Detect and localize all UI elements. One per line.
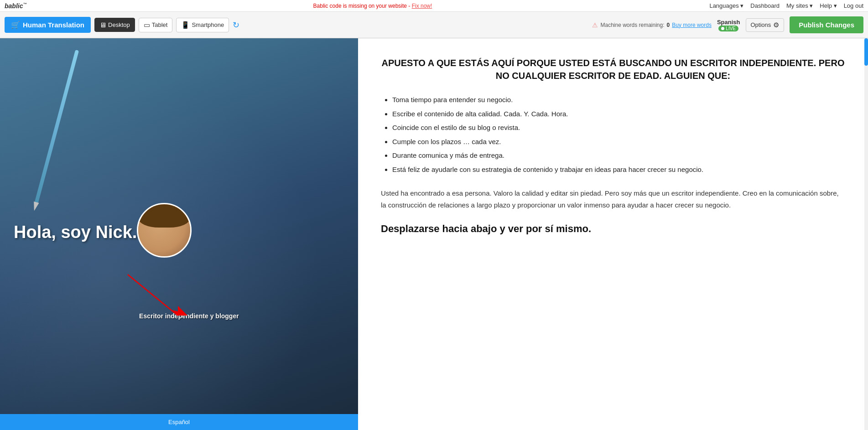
languages-menu[interactable]: Languages ▾	[709, 2, 743, 9]
right-scrollbar[interactable]	[864, 38, 868, 430]
smartphone-button[interactable]: 📱 Smartphone	[176, 18, 229, 32]
list-item: Coincide con el estilo de su blog o revi…	[392, 121, 845, 135]
machine-warning-label: Machine words remaining:	[600, 22, 664, 28]
gear-icon: ⚙	[773, 21, 779, 29]
bablic-logo: bablic™	[5, 2, 26, 10]
list-item: Está feliz de ayudarle con su estrategia…	[392, 163, 845, 176]
desktop-label: Desktop	[108, 21, 130, 28]
list-item: Toma tiempo para entender su negocio.	[392, 93, 845, 107]
list-item: Cumple con los plazos … cada vez.	[392, 135, 845, 149]
logout-link[interactable]: Log out	[844, 2, 863, 9]
smartphone-label: Smartphone	[192, 21, 224, 28]
bottom-lang-label[interactable]: Español	[163, 417, 195, 427]
options-label: Options	[751, 21, 771, 28]
list-item: Durante comunica y más de entrega.	[392, 149, 845, 162]
options-button[interactable]: Options ⚙	[746, 18, 785, 32]
tablet-icon: ▭	[144, 21, 150, 29]
machine-words-warning: ⚠ Machine words remaining: 0 Buy more wo…	[592, 21, 711, 29]
dashboard-link[interactable]: Dashboard	[750, 2, 780, 9]
publish-changes-button[interactable]: Publish Changes	[790, 16, 863, 33]
refresh-button[interactable]: ↻	[233, 20, 239, 30]
live-badge: LIVE	[718, 26, 738, 31]
avatar	[137, 203, 192, 258]
live-indicator-dot	[721, 27, 724, 30]
list-item: Escribe el contenido de alta calidad. Ca…	[392, 108, 845, 121]
tablet-label: Tablet	[152, 21, 168, 28]
human-translation-button[interactable]: 🛒 Human Translation	[5, 17, 91, 33]
main-heading: APUESTO A QUE ESTÁS AQUÍ PORQUE USTED ES…	[381, 57, 845, 82]
fix-now-link[interactable]: Fix now!	[412, 3, 432, 9]
help-menu[interactable]: Help ▾	[820, 2, 837, 9]
machine-words-count: 0	[667, 22, 670, 28]
cart-icon: 🛒	[11, 21, 20, 29]
publish-label: Publish Changes	[799, 21, 854, 29]
desktop-icon: 🖥	[99, 21, 106, 29]
content-area: Hola, soy Nick. Escritor independiente y…	[0, 38, 868, 430]
svg-line-0	[128, 275, 178, 316]
toolbar-right: ⚠ Machine words remaining: 0 Buy more wo…	[592, 16, 863, 33]
hero-image: Hola, soy Nick. Escritor independiente y…	[0, 38, 358, 430]
bottom-blue-bar: Español	[0, 414, 358, 430]
toolbar: 🛒 Human Translation 🖥 Desktop ▭ Tablet 📱…	[0, 12, 868, 38]
feature-bullet-list: Toma tiempo para entender su negocio. Es…	[381, 93, 845, 176]
human-translation-label: Human Translation	[23, 21, 84, 29]
language-selector[interactable]: Spanish LIVE	[717, 19, 740, 31]
scroll-heading: Desplazarse hacia abajo y ver por sí mis…	[381, 222, 845, 236]
annotation-arrow	[114, 265, 205, 338]
hero-greeting-text: Hola, soy Nick.	[14, 223, 137, 242]
avatar-hair	[138, 204, 190, 228]
avatar-face	[138, 204, 190, 256]
buy-more-link[interactable]: Buy more words	[672, 22, 712, 28]
bablic-error-message: Bablic code is missing on your website -…	[36, 3, 709, 9]
body-paragraph: Usted ha encontrado a esa persona. Valor…	[381, 187, 845, 211]
tablet-button[interactable]: ▭ Tablet	[139, 18, 173, 32]
smartphone-icon: 📱	[181, 21, 190, 29]
warning-icon: ⚠	[592, 21, 598, 29]
live-label: LIVE	[726, 26, 736, 31]
current-language: Spanish	[717, 19, 740, 26]
scrollbar-thumb[interactable]	[864, 38, 868, 66]
right-content-panel: APUESTO A QUE ESTÁS AQUÍ PORQUE USTED ES…	[358, 38, 868, 430]
website-preview-panel: Hola, soy Nick. Escritor independiente y…	[0, 38, 358, 430]
desktop-button[interactable]: 🖥 Desktop	[94, 18, 135, 32]
top-navigation: Languages ▾ Dashboard My sites ▾ Help ▾ …	[709, 2, 863, 9]
top-bar: bablic™ Bablic code is missing on your w…	[0, 0, 868, 12]
my-sites-menu[interactable]: My sites ▾	[786, 2, 813, 9]
